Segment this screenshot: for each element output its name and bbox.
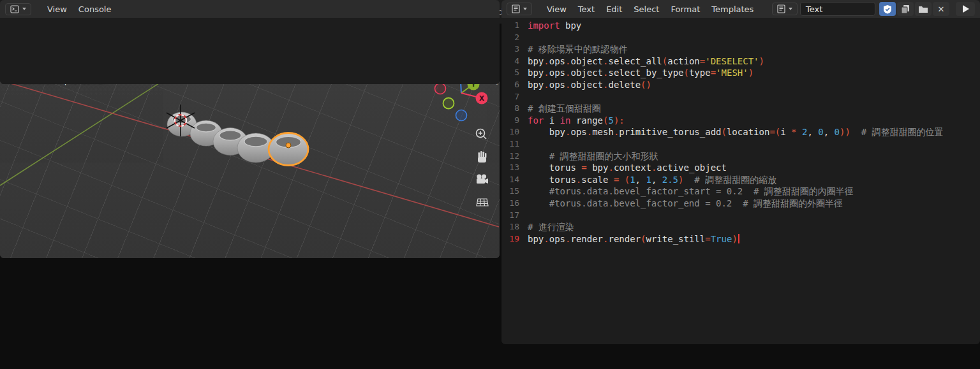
line-number: 19 bbox=[501, 233, 519, 245]
code-line-13[interactable]: 13 torus = bpy.context.active_object bbox=[501, 162, 980, 174]
code-line-6[interactable]: 6bpy.ops.object.delete() bbox=[501, 79, 980, 91]
chevron-down-icon bbox=[789, 8, 792, 10]
line-content: bpy.ops.mesh.primitive_torus_add(locatio… bbox=[528, 126, 944, 138]
line-content: bpy.ops.object.select_all(action='DESELE… bbox=[528, 55, 764, 68]
line-content: torus.scale = (1, 1, 2.5) # 調整甜甜圈的縮放 bbox=[528, 174, 776, 186]
axis-neg-x-ball[interactable] bbox=[435, 83, 446, 94]
line-number: 5 bbox=[501, 67, 519, 79]
code-line-7[interactable]: 7 bbox=[501, 91, 980, 103]
line-content: # 調整甜甜圈的大小和形狀 bbox=[528, 150, 658, 163]
text-menu-text[interactable]: Text bbox=[572, 3, 600, 16]
torus-objects[interactable] bbox=[167, 112, 308, 166]
new-text-button[interactable] bbox=[897, 2, 914, 16]
code-line-14[interactable]: 14 torus.scale = (1, 1, 2.5) # 調整甜甜圈的縮放 bbox=[501, 174, 980, 186]
text-cursor bbox=[738, 234, 739, 243]
text-editor: ViewTextEditSelectFormatTemplates Text bbox=[501, 0, 980, 344]
run-script-button[interactable] bbox=[956, 2, 975, 16]
code-line-15[interactable]: 15 #torus.data.bevel_factor_start = 0.2 … bbox=[501, 185, 980, 198]
chevron-down-icon bbox=[22, 8, 26, 10]
text-menu-format[interactable]: Format bbox=[665, 3, 706, 16]
text-menu-edit[interactable]: Edit bbox=[600, 3, 628, 16]
line-content: # 移除場景中的默認物件 bbox=[528, 43, 628, 55]
code-line-1[interactable]: 1import bpy bbox=[501, 20, 980, 32]
axis-neg-y-ball[interactable] bbox=[443, 98, 454, 109]
code-line-4[interactable]: 4bpy.ops.object.select_all(action='DESEL… bbox=[501, 55, 980, 68]
line-number: 7 bbox=[501, 91, 519, 103]
open-text-button[interactable] bbox=[915, 2, 932, 16]
console-icon bbox=[10, 5, 19, 13]
line-content: # 創建五個甜甜圈 bbox=[528, 103, 601, 115]
code-line-5[interactable]: 5bpy.ops.object.select_by_type(type='MES… bbox=[501, 67, 980, 79]
close-x-icon: ✕ bbox=[938, 4, 945, 14]
axis-x-label: X bbox=[479, 94, 484, 102]
line-content: torus = bpy.context.active_object bbox=[528, 162, 727, 174]
object-origin-dot bbox=[286, 143, 291, 148]
line-number: 1 bbox=[501, 20, 519, 32]
console-body[interactable] bbox=[0, 18, 500, 84]
console-menu-console[interactable]: Console bbox=[73, 3, 117, 16]
code-line-11[interactable]: 11 bbox=[501, 138, 980, 150]
line-content: for i in range(5): bbox=[528, 115, 625, 127]
fake-user-toggle[interactable] bbox=[879, 2, 896, 16]
code-line-2[interactable]: 2 bbox=[501, 32, 980, 44]
console-menu-view[interactable]: View bbox=[41, 3, 73, 16]
grid-ortho-button[interactable] bbox=[477, 199, 488, 206]
copy-pages-icon bbox=[901, 4, 910, 14]
line-content: bpy.ops.object.select_by_type(type='MESH… bbox=[528, 67, 754, 79]
text-editor-icon bbox=[512, 4, 520, 13]
code-area[interactable]: 1import bpy23# 移除場景中的默認物件4bpy.ops.object… bbox=[501, 18, 980, 344]
line-number: 3 bbox=[501, 43, 519, 55]
camera-view-button[interactable] bbox=[477, 174, 488, 184]
line-number: 6 bbox=[501, 79, 519, 91]
text-menu-templates[interactable]: Templates bbox=[706, 3, 759, 16]
torus-5-selected[interactable] bbox=[269, 133, 308, 166]
code-line-17[interactable]: 17 bbox=[501, 210, 980, 222]
console-menus: ViewConsole bbox=[41, 3, 117, 16]
line-content: bpy.ops.render.render(write_still=True) bbox=[528, 233, 739, 245]
text-menu-select[interactable]: Select bbox=[628, 3, 665, 16]
line-number: 10 bbox=[501, 126, 519, 138]
code-line-10[interactable]: 10 bpy.ops.mesh.primitive_torus_add(loca… bbox=[501, 126, 980, 138]
text-datablock-icon bbox=[777, 4, 785, 13]
console-editor: ViewConsole bbox=[0, 0, 500, 84]
line-content: bpy.ops.object.delete() bbox=[528, 79, 651, 91]
line-number: 14 bbox=[501, 174, 519, 186]
line-number: 2 bbox=[501, 32, 519, 44]
line-content: #torus.data.bevel_factor_start = 0.2 # 調… bbox=[528, 185, 854, 198]
shield-check-icon bbox=[883, 4, 892, 14]
code-line-16[interactable]: 16 #torus.data.bevel_factor_end = 0.2 # … bbox=[501, 198, 980, 210]
line-number: 4 bbox=[501, 55, 519, 68]
text-editor-header: ViewTextEditSelectFormatTemplates Text bbox=[501, 0, 980, 18]
editor-type-button[interactable] bbox=[507, 3, 532, 15]
line-content: # 進行渲染 bbox=[528, 221, 574, 233]
line-content: import bpy bbox=[528, 20, 581, 32]
line-number: 18 bbox=[501, 221, 519, 233]
line-number: 11 bbox=[501, 138, 519, 150]
line-number: 16 bbox=[501, 198, 519, 210]
line-content: #torus.data.bevel_factor_end = 0.2 # 調整甜… bbox=[528, 198, 843, 210]
editor-type-button[interactable] bbox=[5, 3, 31, 15]
code-line-9[interactable]: 9for i in range(5): bbox=[501, 115, 980, 127]
code-line-8[interactable]: 8# 創建五個甜甜圈 bbox=[501, 103, 980, 115]
folder-icon bbox=[918, 5, 928, 13]
line-number: 12 bbox=[501, 150, 519, 163]
line-number: 17 bbox=[501, 210, 519, 222]
zoom-button[interactable] bbox=[477, 129, 487, 140]
text-menu-view[interactable]: View bbox=[541, 3, 572, 16]
code-line-18[interactable]: 18# 進行渲染 bbox=[501, 221, 980, 233]
chevron-down-icon bbox=[523, 8, 527, 10]
text-name-field[interactable]: Text bbox=[800, 2, 875, 16]
unlink-text-button[interactable]: ✕ bbox=[933, 2, 949, 16]
axis-neg-z-ball[interactable] bbox=[456, 110, 467, 121]
text-editor-menus: ViewTextEditSelectFormatTemplates bbox=[541, 3, 759, 16]
code-line-3[interactable]: 3# 移除場景中的默認物件 bbox=[501, 43, 980, 55]
code-line-12[interactable]: 12 # 調整甜甜圈的大小和形狀 bbox=[501, 150, 980, 163]
line-number: 8 bbox=[501, 103, 519, 115]
line-number: 9 bbox=[501, 115, 519, 127]
console-header: ViewConsole bbox=[0, 0, 500, 18]
code-line-19[interactable]: 19bpy.ops.render.render(write_still=True… bbox=[501, 233, 980, 245]
pan-hand-button[interactable] bbox=[478, 151, 486, 163]
play-icon bbox=[961, 4, 970, 13]
text-datablock-browse-button[interactable] bbox=[772, 3, 798, 15]
line-number: 15 bbox=[501, 185, 519, 198]
